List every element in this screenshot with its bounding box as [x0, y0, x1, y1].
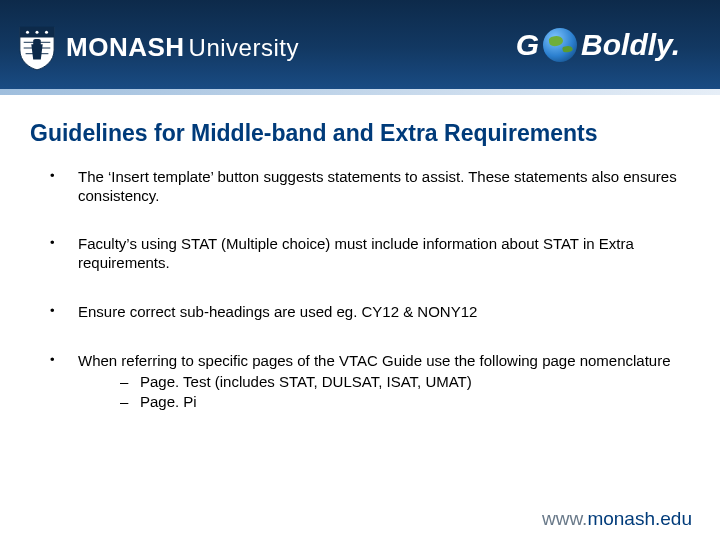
header-banner: MONASH University G Boldly.: [0, 0, 720, 95]
svg-point-1: [35, 30, 38, 33]
bullet-text: Faculty’s using STAT (Multiple choice) m…: [78, 235, 634, 271]
footer-www: www.: [542, 508, 587, 529]
footer-url: www.monash.edu: [542, 508, 692, 530]
sub-list-item: Page. Pi: [120, 392, 690, 412]
list-item: The ‘Insert template’ button suggests st…: [50, 168, 690, 206]
globe-icon: [543, 28, 577, 62]
bullet-text: The ‘Insert template’ button suggests st…: [78, 168, 677, 204]
slide-title: Guidelines for Middle-band and Extra Req…: [30, 119, 690, 148]
footer-domain: monash: [587, 508, 655, 529]
brand-light: University: [189, 34, 299, 62]
sub-list: Page. Test (includes STAT, DULSAT, ISAT,…: [78, 372, 690, 411]
tagline-suffix: Boldly.: [581, 28, 680, 62]
slide-content: Guidelines for Middle-band and Extra Req…: [0, 95, 720, 411]
sub-list-item: Page. Test (includes STAT, DULSAT, ISAT,…: [120, 372, 690, 392]
svg-point-2: [45, 30, 48, 33]
bullet-text: Ensure correct sub-headings are used eg.…: [78, 303, 477, 320]
svg-point-0: [26, 30, 29, 33]
monash-shield-icon: [18, 25, 56, 71]
header-divider: [0, 89, 720, 95]
sub-bullet-text: Page. Test (includes STAT, DULSAT, ISAT,…: [140, 373, 472, 390]
tagline: G Boldly.: [516, 28, 680, 62]
list-item: Faculty’s using STAT (Multiple choice) m…: [50, 235, 690, 273]
brand-strong: MONASH: [66, 32, 185, 63]
sub-bullet-text: Page. Pi: [140, 393, 197, 410]
list-item: When referring to specific pages of the …: [50, 352, 690, 412]
monash-wordmark: MONASH University: [66, 32, 299, 63]
footer-tld: .edu: [655, 508, 692, 529]
bullet-text: When referring to specific pages of the …: [78, 352, 671, 369]
bullet-list: The ‘Insert template’ button suggests st…: [30, 168, 690, 412]
list-item: Ensure correct sub-headings are used eg.…: [50, 303, 690, 322]
tagline-prefix: G: [516, 28, 539, 62]
